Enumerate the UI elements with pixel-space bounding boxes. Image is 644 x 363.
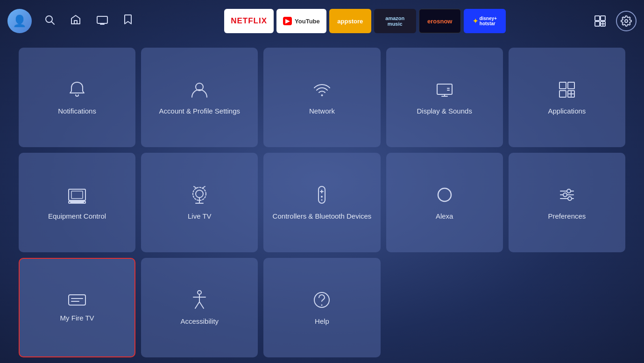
tile-account-profile[interactable]: Account & Profile Settings — [141, 48, 258, 147]
svg-rect-15 — [437, 84, 452, 94]
svg-point-41 — [438, 188, 451, 201]
tile-accessibility-label: Accessibility — [180, 317, 219, 326]
svg-point-39 — [321, 196, 323, 198]
settings-grid: Notifications Account & Profile Settings… — [0, 42, 644, 363]
tile-network[interactable]: Network — [263, 48, 380, 147]
svg-rect-3 — [97, 16, 107, 23]
svg-line-34 — [194, 186, 197, 188]
tile-equipment-label: Equipment Control — [48, 212, 106, 221]
svg-point-40 — [321, 199, 323, 200]
tv-icon[interactable] — [93, 11, 111, 31]
tile-display-sounds[interactable]: Display & Sounds — [386, 48, 503, 147]
svg-rect-36 — [318, 186, 325, 203]
tile-account-label: Account & Profile Settings — [159, 107, 240, 116]
search-icon[interactable] — [41, 11, 58, 31]
tile-network-label: Network — [309, 107, 335, 116]
antenna-icon — [189, 185, 210, 205]
firetv-icon — [67, 293, 87, 307]
tile-notifications-label: Notifications — [58, 107, 96, 116]
svg-rect-20 — [559, 82, 566, 89]
hotstar-button[interactable]: ✦ disney+hotstar — [464, 9, 506, 33]
display-icon — [434, 79, 455, 100]
svg-point-14 — [321, 94, 323, 96]
tile-alexa[interactable]: Alexa — [386, 153, 503, 252]
svg-rect-21 — [568, 82, 574, 89]
apps-icon — [557, 79, 577, 100]
svg-rect-6 — [595, 16, 600, 21]
youtube-button[interactable]: ▶ YouTube — [276, 9, 326, 33]
tile-my-fire-tv[interactable]: My Fire TV — [19, 258, 135, 357]
svg-point-47 — [568, 197, 572, 200]
tile-accessibility[interactable]: Accessibility — [141, 258, 258, 357]
tile-empty1 — [386, 258, 503, 357]
svg-point-51 — [198, 291, 201, 294]
accessibility-icon — [191, 290, 208, 310]
avatar-icon[interactable]: 👤 — [7, 9, 32, 33]
home-icon[interactable] — [67, 11, 84, 31]
topbar-apps: NETFLIX ▶ YouTube appstore amazonmusic e… — [149, 9, 581, 33]
svg-point-57 — [321, 304, 323, 306]
tile-help-label: Help — [315, 317, 329, 326]
person-icon — [189, 79, 210, 100]
svg-point-30 — [196, 190, 203, 198]
svg-point-45 — [567, 189, 571, 193]
svg-rect-22 — [559, 91, 566, 97]
alexa-icon — [434, 185, 455, 205]
svg-point-12 — [625, 20, 628, 22]
tile-preferences-label: Preferences — [548, 212, 586, 221]
tile-empty2 — [509, 258, 625, 357]
topbar-left: 👤 — [7, 9, 135, 33]
svg-rect-2 — [74, 21, 77, 24]
tile-equipment-control[interactable]: Equipment Control — [19, 153, 135, 252]
tile-applications-label: Applications — [548, 107, 586, 116]
tile-notifications[interactable]: Notifications — [19, 48, 135, 147]
tile-applications[interactable]: Applications — [509, 48, 625, 147]
amazonmusic-button[interactable]: amazonmusic — [374, 9, 416, 33]
topbar: 👤 NETFLIX ▶ YouTube appstore amazonmusic… — [0, 0, 644, 42]
tile-preferences[interactable]: Preferences — [509, 153, 625, 252]
bell-icon — [67, 79, 87, 100]
tile-live-tv-label: Live TV — [188, 212, 212, 221]
bookmark-icon[interactable] — [120, 11, 135, 31]
erosnow-button[interactable]: erosnow — [419, 9, 461, 33]
tile-controllers-label: Controllers & Bluetooth Devices — [273, 212, 372, 221]
monitor-icon — [67, 185, 87, 205]
netflix-button[interactable]: NETFLIX — [224, 9, 274, 33]
svg-line-1 — [52, 22, 55, 25]
tile-display-label: Display & Sounds — [417, 107, 472, 116]
svg-rect-7 — [601, 16, 605, 21]
remote-icon — [315, 185, 329, 205]
tile-alexa-label: Alexa — [436, 212, 453, 221]
svg-line-55 — [199, 302, 204, 308]
svg-line-54 — [195, 302, 199, 308]
svg-point-46 — [563, 193, 567, 197]
svg-rect-27 — [71, 191, 83, 199]
svg-line-35 — [202, 186, 205, 188]
wifi-icon — [311, 79, 332, 100]
svg-rect-48 — [69, 295, 85, 305]
sliders-icon — [557, 185, 577, 205]
tile-help[interactable]: Help — [263, 258, 380, 357]
topbar-right — [590, 11, 637, 31]
grid-plus-icon[interactable] — [590, 11, 610, 31]
tile-controllers-bluetooth[interactable]: Controllers & Bluetooth Devices — [263, 153, 380, 252]
tile-live-tv[interactable]: Live TV — [141, 153, 258, 252]
help-icon — [311, 290, 332, 310]
appstore-button[interactable]: appstore — [329, 9, 371, 33]
svg-rect-8 — [595, 21, 600, 26]
settings-icon[interactable] — [616, 11, 637, 31]
tile-my-fire-tv-label: My Fire TV — [60, 313, 94, 323]
